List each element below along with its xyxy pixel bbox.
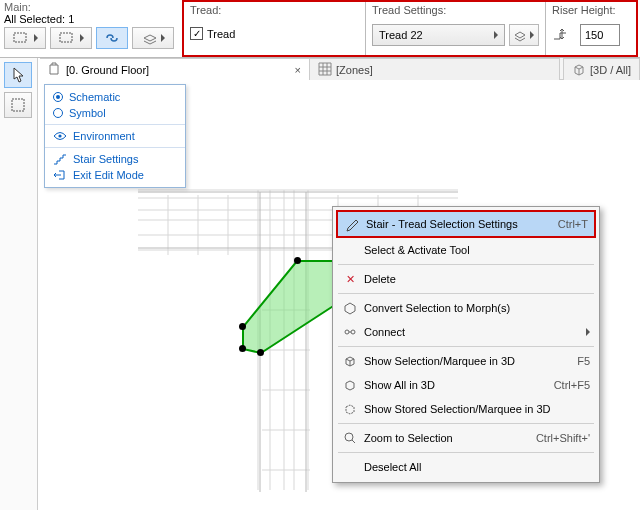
option-stair-settings-label: Stair Settings bbox=[73, 153, 138, 165]
tread-checkbox-label: Tread bbox=[207, 28, 235, 40]
grid-icon bbox=[318, 62, 332, 78]
delete-icon: ✕ bbox=[340, 273, 360, 286]
option-stair-settings[interactable]: Stair Settings bbox=[45, 151, 185, 167]
option-symbol[interactable]: Symbol bbox=[45, 105, 185, 121]
cube-selection-icon bbox=[340, 354, 360, 368]
exit-icon bbox=[53, 169, 67, 181]
close-icon[interactable]: × bbox=[285, 64, 301, 76]
ctx-zoom-label: Zoom to Selection bbox=[360, 432, 528, 444]
link-mode-button[interactable] bbox=[96, 27, 128, 49]
tab-3d-all-label: [3D / All] bbox=[590, 64, 631, 76]
tread-settings-aux-button[interactable] bbox=[509, 24, 539, 46]
riser-height-value: 150 bbox=[585, 29, 603, 41]
ctx-deselect-all[interactable]: Deselect All bbox=[336, 455, 596, 479]
option-exit-edit-label: Exit Edit Mode bbox=[73, 169, 144, 181]
context-menu: Stair - Tread Selection Settings Ctrl+T … bbox=[332, 206, 600, 483]
ctx-show-sel-3d-label: Show Selection/Marquee in 3D bbox=[360, 355, 569, 367]
ctx-delete-label: Delete bbox=[360, 273, 590, 285]
option-schematic[interactable]: Schematic bbox=[45, 89, 185, 105]
connect-icon bbox=[340, 325, 360, 339]
ctx-tread-selection-settings[interactable]: Stair - Tread Selection Settings Ctrl+T bbox=[338, 212, 594, 236]
tab-zones-label: [Zones] bbox=[336, 64, 373, 76]
cube-all-icon bbox=[340, 378, 360, 392]
tab-3d-all[interactable]: [3D / All] bbox=[563, 58, 640, 80]
tab-ground-floor-label: [0. Ground Floor] bbox=[66, 64, 149, 76]
riser-height-icon bbox=[552, 26, 574, 44]
ctx-show-sel-3d-shortcut: F5 bbox=[569, 355, 590, 367]
ctx-tread-settings-label: Stair - Tread Selection Settings bbox=[362, 218, 550, 230]
selection-mode-1-button[interactable] bbox=[4, 27, 46, 49]
svg-point-4 bbox=[58, 134, 61, 137]
ctx-delete[interactable]: ✕ Delete bbox=[336, 267, 596, 291]
svg-rect-2 bbox=[12, 99, 24, 111]
tab-ground-floor[interactable]: [0. Ground Floor] × bbox=[40, 58, 310, 80]
svg-rect-1 bbox=[60, 33, 72, 42]
option-exit-edit[interactable]: Exit Edit Mode bbox=[45, 167, 185, 183]
submenu-arrow-icon bbox=[580, 326, 590, 338]
tread-settings-header: Tread Settings: bbox=[372, 4, 539, 16]
ctx-convert-morph[interactable]: Convert Selection to Morph(s) bbox=[336, 296, 596, 320]
option-environment-label: Environment bbox=[73, 130, 135, 142]
ctx-deselect-label: Deselect All bbox=[360, 461, 590, 473]
cube-icon bbox=[572, 62, 586, 78]
ctx-select-activate-label: Select & Activate Tool bbox=[360, 244, 590, 256]
selection-mode-2-button[interactable] bbox=[50, 27, 92, 49]
ctx-show-all-3d-label: Show All in 3D bbox=[360, 379, 546, 391]
ctx-show-selection-3d[interactable]: Show Selection/Marquee in 3D F5 bbox=[336, 349, 596, 373]
svg-point-6 bbox=[351, 330, 355, 334]
tab-zones[interactable]: [Zones] bbox=[310, 58, 560, 80]
svg-point-5 bbox=[345, 330, 349, 334]
ctx-morph-label: Convert Selection to Morph(s) bbox=[360, 302, 590, 314]
settings-icon bbox=[342, 217, 362, 231]
eye-icon bbox=[53, 131, 67, 141]
radio-on-icon bbox=[53, 92, 63, 102]
marquee-tool-button[interactable] bbox=[4, 92, 32, 118]
stair-settings-icon bbox=[53, 153, 67, 165]
plan-icon bbox=[48, 62, 62, 78]
svg-point-7 bbox=[345, 433, 353, 441]
tread-checkbox[interactable]: ✓ bbox=[190, 27, 203, 40]
tread-settings-dropdown[interactable]: Tread 22 bbox=[372, 24, 505, 46]
tread-settings-value: Tread 22 bbox=[379, 29, 423, 41]
ctx-show-stored-3d[interactable]: Show Stored Selection/Marquee in 3D bbox=[336, 397, 596, 421]
edit-mode-side-menu: Schematic Symbol Environment Stair Setti… bbox=[44, 84, 186, 188]
cube-stored-icon bbox=[340, 402, 360, 416]
radio-off-icon bbox=[53, 108, 63, 118]
layers-button[interactable] bbox=[132, 27, 174, 49]
ctx-tread-settings-shortcut: Ctrl+T bbox=[550, 218, 588, 230]
tread-info-panel: Tread: ✓ Tread Tread Settings: Tread 22 … bbox=[182, 0, 638, 57]
morph-icon bbox=[340, 301, 360, 315]
ctx-show-all-3d[interactable]: Show All in 3D Ctrl+F5 bbox=[336, 373, 596, 397]
ctx-zoom-shortcut: Ctrl+Shift+' bbox=[528, 432, 590, 444]
option-schematic-label: Schematic bbox=[69, 91, 120, 103]
option-symbol-label: Symbol bbox=[69, 107, 106, 119]
tread-header: Tread: bbox=[190, 4, 359, 16]
ctx-select-activate-tool[interactable]: Select & Activate Tool bbox=[336, 238, 596, 262]
arrow-tool-button[interactable] bbox=[4, 62, 32, 88]
ctx-zoom-selection[interactable]: Zoom to Selection Ctrl+Shift+' bbox=[336, 426, 596, 450]
option-environment[interactable]: Environment bbox=[45, 128, 185, 144]
ctx-show-stored-3d-label: Show Stored Selection/Marquee in 3D bbox=[360, 403, 590, 415]
all-selected-label: All Selected: 1 bbox=[4, 13, 176, 25]
ctx-show-all-3d-shortcut: Ctrl+F5 bbox=[546, 379, 590, 391]
svg-rect-0 bbox=[14, 33, 26, 42]
main-label: Main: bbox=[4, 1, 176, 13]
riser-height-header: Riser Height: bbox=[552, 4, 630, 16]
zoom-icon bbox=[340, 431, 360, 445]
riser-height-input[interactable]: 150 bbox=[580, 24, 620, 46]
ctx-connect[interactable]: Connect bbox=[336, 320, 596, 344]
ctx-connect-label: Connect bbox=[360, 326, 580, 338]
